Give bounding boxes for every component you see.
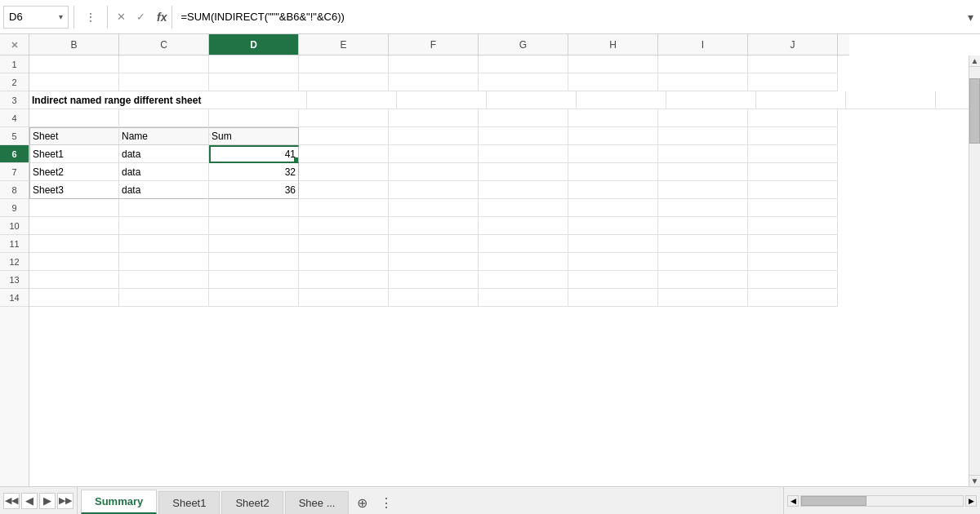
row-num-2[interactable]: 2 [0, 73, 29, 91]
row-num-4[interactable]: 4 [0, 109, 29, 127]
cell-d6[interactable]: 41 [209, 145, 299, 163]
vertical-scrollbar[interactable]: ▲ ▼ [969, 55, 980, 486]
cell-d3[interactable] [397, 91, 487, 109]
add-sheet-button[interactable]: ⊕ [350, 491, 373, 514]
row-num-6[interactable]: 6 [0, 145, 29, 163]
cell-e4[interactable] [299, 109, 389, 127]
cell-i6[interactable] [658, 145, 748, 163]
cell-j7[interactable] [748, 163, 838, 181]
row-num-12[interactable]: 12 [0, 253, 29, 271]
scrollbar-thumb[interactable] [969, 78, 980, 144]
cell-c7[interactable]: data [119, 163, 209, 181]
horizontal-scrollbar[interactable] [800, 495, 964, 507]
sheet-nav-next[interactable]: ▶ [39, 493, 56, 509]
row-num-14[interactable]: 14 [0, 289, 29, 307]
cell-f2[interactable] [389, 73, 479, 91]
row-num-7[interactable]: 7 [0, 163, 29, 181]
cell-reference-box[interactable]: D6 ▾ [3, 6, 69, 29]
cell-i7[interactable] [658, 163, 748, 181]
cell-g2[interactable] [479, 73, 568, 91]
cell-j8[interactable] [748, 181, 838, 199]
cell-c2[interactable] [119, 73, 209, 91]
cell-g4[interactable] [479, 109, 568, 127]
sheet-nav-last[interactable]: ▶▶ [57, 493, 74, 509]
sheet-tab-sheet2[interactable]: Sheet2 [221, 491, 283, 514]
cell-b4[interactable] [29, 109, 119, 127]
col-header-e[interactable]: E [299, 34, 389, 55]
cell-c5[interactable]: Name [119, 127, 209, 145]
cell-f3[interactable] [577, 91, 666, 109]
cell-j3[interactable] [936, 91, 969, 109]
cell-d7[interactable]: 32 [209, 163, 299, 181]
cell-c8[interactable]: data [119, 181, 209, 199]
cell-j1[interactable] [748, 55, 838, 73]
cell-e2[interactable] [299, 73, 389, 91]
cell-f5[interactable] [389, 127, 479, 145]
cell-g3[interactable] [666, 91, 756, 109]
cell-d1[interactable] [209, 55, 299, 73]
cell-i1[interactable] [658, 55, 748, 73]
cell-j6[interactable] [748, 145, 838, 163]
cell-f1[interactable] [389, 55, 479, 73]
cell-b9[interactable] [29, 199, 119, 217]
row-num-11[interactable]: 11 [0, 235, 29, 253]
cell-h6[interactable] [568, 145, 658, 163]
sheet-more-button[interactable]: ⋮ [375, 491, 398, 514]
cell-h3[interactable] [756, 91, 846, 109]
cell-c6[interactable]: data [119, 145, 209, 163]
cell-i8[interactable] [658, 181, 748, 199]
row-num-5[interactable]: 5 [0, 127, 29, 145]
cell-b2[interactable] [29, 73, 119, 91]
cell-c3[interactable] [307, 91, 397, 109]
formula-input[interactable] [176, 6, 961, 29]
cell-g8[interactable] [479, 181, 568, 199]
cell-g1[interactable] [479, 55, 568, 73]
cell-i3[interactable] [846, 91, 936, 109]
formula-bar-dropdown-icon[interactable]: ▾ [964, 11, 977, 24]
sheet-tab-sheet1[interactable]: Sheet1 [158, 491, 220, 514]
cell-b7[interactable]: Sheet2 [29, 163, 119, 181]
cell-f4[interactable] [389, 109, 479, 127]
cell-i5[interactable] [658, 127, 748, 145]
cell-h2[interactable] [568, 73, 658, 91]
cell-d4[interactable] [209, 109, 299, 127]
cell-d8[interactable]: 36 [209, 181, 299, 199]
col-header-f[interactable]: F [389, 34, 479, 55]
cell-e1[interactable] [299, 55, 389, 73]
cell-e3[interactable] [487, 91, 577, 109]
sheet-tab-summary[interactable]: Summary [81, 490, 157, 514]
col-header-g[interactable]: G [479, 34, 568, 55]
cell-b1[interactable] [29, 55, 119, 73]
sheet-nav-prev[interactable]: ◀ [21, 493, 38, 509]
row-num-8[interactable]: 8 [0, 181, 29, 199]
cell-b5[interactable]: Sheet [29, 127, 119, 145]
cell-b8[interactable]: Sheet3 [29, 181, 119, 199]
confirm-icon[interactable]: ✓ [132, 11, 149, 23]
cell-f8[interactable] [389, 181, 479, 199]
cell-i4[interactable] [658, 109, 748, 127]
scroll-down-btn[interactable]: ▼ [969, 475, 980, 486]
cell-e8[interactable] [299, 181, 389, 199]
col-header-h[interactable]: H [568, 34, 658, 55]
cell-b3[interactable]: Indirect named range different sheet [29, 91, 307, 109]
cell-g5[interactable] [479, 127, 568, 145]
row-num-1[interactable]: 1 [0, 55, 29, 73]
row-num-10[interactable]: 10 [0, 217, 29, 235]
cell-h5[interactable] [568, 127, 658, 145]
row-num-13[interactable]: 13 [0, 271, 29, 289]
hscrollbar-thumb[interactable] [801, 496, 866, 506]
col-header-b[interactable]: B [29, 34, 119, 55]
select-all-corner[interactable] [0, 34, 29, 55]
cell-f6[interactable] [389, 145, 479, 163]
cell-h8[interactable] [568, 181, 658, 199]
cell-g6[interactable] [479, 145, 568, 163]
row-num-3[interactable]: 3 [0, 91, 29, 109]
cell-i2[interactable] [658, 73, 748, 91]
cell-b6[interactable]: Sheet1 [29, 145, 119, 163]
hscroll-left-btn[interactable]: ◀ [787, 495, 799, 507]
cell-h1[interactable] [568, 55, 658, 73]
cell-c1[interactable] [119, 55, 209, 73]
scroll-up-btn[interactable]: ▲ [969, 55, 980, 67]
cell-d5[interactable]: Sum [209, 127, 299, 145]
cell-h4[interactable] [568, 109, 658, 127]
